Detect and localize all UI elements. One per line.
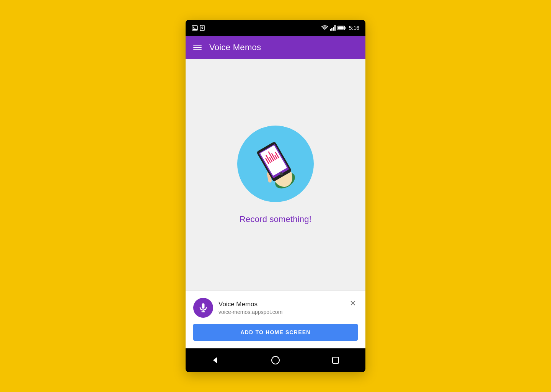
svg-rect-6 (331, 28, 333, 31)
wifi-icon (321, 25, 328, 31)
image-status-icon (192, 25, 198, 31)
hamburger-menu-icon[interactable] (193, 45, 202, 50)
svg-point-1 (193, 27, 194, 28)
app-bar: Voice Memos (186, 36, 365, 59)
nav-bar (186, 348, 365, 372)
microphone-icon (198, 302, 209, 313)
main-content: Record something! (186, 59, 365, 291)
status-bar: 5:16 (186, 20, 365, 36)
hamburger-line-1 (193, 45, 202, 46)
phone-hand-illustration (245, 133, 306, 194)
phone-frame: 5:16 Voice Memos (186, 20, 365, 372)
svg-rect-5 (330, 29, 331, 31)
status-icons: 5:16 (321, 25, 359, 31)
recents-icon (332, 356, 339, 364)
svg-rect-31 (202, 303, 205, 309)
home-button[interactable] (267, 352, 284, 369)
banner-app-name: Voice Memos (218, 301, 343, 308)
svg-point-35 (272, 356, 279, 364)
svg-rect-10 (338, 26, 344, 29)
app-title: Voice Memos (209, 42, 261, 52)
banner-text-block: Voice Memos voice-memos.appspot.com (218, 301, 343, 315)
svg-marker-34 (213, 357, 217, 363)
back-button[interactable] (207, 352, 224, 369)
banner-url: voice-memos.appspot.com (218, 309, 343, 315)
tablet-status-icon (200, 25, 205, 31)
svg-rect-7 (333, 27, 334, 31)
add-to-home-screen-button[interactable]: ADD TO HOME SCREEN (193, 324, 358, 341)
status-left-icons (192, 25, 205, 31)
app-icon-circle (193, 298, 213, 318)
svg-marker-2 (192, 28, 197, 30)
svg-rect-36 (333, 357, 339, 363)
hamburger-line-2 (193, 47, 202, 48)
record-text: Record something! (240, 214, 311, 224)
status-time: 5:16 (349, 25, 359, 31)
recents-button[interactable] (327, 352, 344, 369)
svg-rect-8 (334, 25, 336, 31)
back-icon (211, 356, 220, 365)
svg-rect-11 (344, 27, 346, 29)
close-button[interactable]: ✕ (348, 298, 358, 309)
illustration-circle (237, 126, 314, 202)
hamburger-line-3 (193, 49, 202, 50)
battery-icon (337, 26, 346, 30)
banner-top-row: Voice Memos voice-memos.appspot.com ✕ (193, 298, 358, 318)
home-icon (271, 356, 280, 365)
signal-icon (330, 25, 336, 31)
bottom-banner: Voice Memos voice-memos.appspot.com ✕ AD… (186, 291, 365, 348)
